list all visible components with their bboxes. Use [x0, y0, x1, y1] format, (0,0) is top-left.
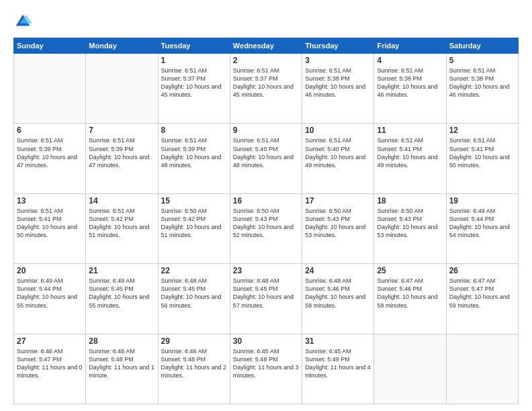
calendar-cell: 2Sunrise: 6:51 AMSunset: 5:37 PMDaylight… — [230, 54, 302, 124]
calendar-cell: 5Sunrise: 6:51 AMSunset: 5:38 PMDaylight… — [446, 54, 518, 124]
header — [13, 12, 519, 31]
calendar-cell — [14, 54, 86, 124]
day-number: 15 — [161, 196, 227, 205]
cell-details: Sunrise: 6:51 AMSunset: 5:38 PMDaylight:… — [449, 66, 515, 99]
cell-details: Sunrise: 6:51 AMSunset: 5:42 PMDaylight:… — [89, 207, 154, 240]
logo-icon — [13, 12, 32, 31]
cell-details: Sunrise: 6:45 AMSunset: 5:49 PMDaylight:… — [305, 347, 371, 380]
day-number: 2 — [233, 56, 299, 65]
calendar-cell: 1Sunrise: 6:51 AMSunset: 5:37 PMDaylight… — [158, 54, 230, 124]
cell-details: Sunrise: 6:49 AMSunset: 5:44 PMDaylight:… — [449, 207, 515, 240]
day-number: 18 — [377, 196, 443, 205]
calendar-cell: 29Sunrise: 6:46 AMSunset: 5:48 PMDayligh… — [158, 334, 230, 404]
day-number: 23 — [233, 266, 299, 275]
calendar-cell: 8Sunrise: 6:51 AMSunset: 5:39 PMDaylight… — [158, 124, 230, 193]
page: SundayMondayTuesdayWednesdayThursdayFrid… — [0, 0, 532, 411]
week-row-4: 20Sunrise: 6:49 AMSunset: 5:44 PMDayligh… — [14, 264, 519, 334]
cell-details: Sunrise: 6:51 AMSunset: 5:37 PMDaylight:… — [161, 66, 227, 99]
calendar-cell: 31Sunrise: 6:45 AMSunset: 5:49 PMDayligh… — [302, 334, 374, 404]
cell-details: Sunrise: 6:46 AMSunset: 5:48 PMDaylight:… — [161, 347, 227, 380]
cell-details: Sunrise: 6:50 AMSunset: 5:42 PMDaylight:… — [161, 207, 227, 240]
calendar-cell: 10Sunrise: 6:51 AMSunset: 5:40 PMDayligh… — [302, 124, 374, 193]
calendar-cell: 15Sunrise: 6:50 AMSunset: 5:42 PMDayligh… — [158, 193, 230, 263]
col-header-sunday: Sunday — [14, 38, 86, 54]
calendar-cell: 30Sunrise: 6:45 AMSunset: 5:48 PMDayligh… — [230, 334, 302, 404]
day-number: 12 — [449, 126, 515, 135]
day-number: 17 — [305, 196, 371, 205]
calendar-cell — [374, 334, 446, 404]
day-number: 28 — [89, 336, 154, 346]
cell-details: Sunrise: 6:51 AMSunset: 5:38 PMDaylight:… — [305, 66, 371, 99]
cell-details: Sunrise: 6:51 AMSunset: 5:41 PMDaylight:… — [377, 136, 443, 169]
day-number: 21 — [89, 266, 154, 275]
day-number: 13 — [17, 196, 83, 205]
cell-details: Sunrise: 6:49 AMSunset: 5:44 PMDaylight:… — [17, 277, 83, 310]
cell-details: Sunrise: 6:50 AMSunset: 5:43 PMDaylight:… — [233, 207, 299, 240]
week-row-5: 27Sunrise: 6:46 AMSunset: 5:47 PMDayligh… — [14, 334, 519, 404]
calendar-cell: 3Sunrise: 6:51 AMSunset: 5:38 PMDaylight… — [302, 54, 374, 124]
cell-details: Sunrise: 6:48 AMSunset: 5:46 PMDaylight:… — [305, 277, 371, 310]
day-number: 10 — [305, 126, 371, 135]
cell-details: Sunrise: 6:46 AMSunset: 5:47 PMDaylight:… — [17, 347, 83, 380]
col-header-tuesday: Tuesday — [158, 38, 230, 54]
cell-details: Sunrise: 6:50 AMSunset: 5:43 PMDaylight:… — [377, 207, 443, 240]
day-number: 25 — [377, 266, 443, 275]
calendar-cell: 23Sunrise: 6:48 AMSunset: 5:45 PMDayligh… — [230, 264, 302, 334]
calendar-cell: 27Sunrise: 6:46 AMSunset: 5:47 PMDayligh… — [14, 334, 86, 404]
col-header-saturday: Saturday — [446, 38, 518, 54]
week-row-1: 1Sunrise: 6:51 AMSunset: 5:37 PMDaylight… — [14, 54, 519, 124]
calendar-cell: 7Sunrise: 6:51 AMSunset: 5:39 PMDaylight… — [86, 124, 158, 193]
cell-details: Sunrise: 6:45 AMSunset: 5:48 PMDaylight:… — [233, 347, 299, 380]
cell-details: Sunrise: 6:51 AMSunset: 5:40 PMDaylight:… — [233, 136, 299, 169]
day-number: 7 — [89, 126, 154, 135]
cell-details: Sunrise: 6:51 AMSunset: 5:39 PMDaylight:… — [89, 136, 154, 169]
day-number: 31 — [305, 336, 371, 346]
calendar-header-row: SundayMondayTuesdayWednesdayThursdayFrid… — [14, 38, 519, 54]
calendar-cell: 18Sunrise: 6:50 AMSunset: 5:43 PMDayligh… — [374, 193, 446, 263]
calendar-cell: 14Sunrise: 6:51 AMSunset: 5:42 PMDayligh… — [86, 193, 158, 263]
logo — [13, 12, 35, 31]
week-row-2: 6Sunrise: 6:51 AMSunset: 5:39 PMDaylight… — [14, 124, 519, 193]
cell-details: Sunrise: 6:51 AMSunset: 5:41 PMDaylight:… — [449, 136, 515, 169]
cell-details: Sunrise: 6:48 AMSunset: 5:45 PMDaylight:… — [161, 277, 227, 310]
day-number: 11 — [377, 126, 443, 135]
day-number: 8 — [161, 126, 227, 135]
col-header-thursday: Thursday — [302, 38, 374, 54]
day-number: 9 — [233, 126, 299, 135]
day-number: 1 — [161, 56, 227, 65]
calendar-cell: 20Sunrise: 6:49 AMSunset: 5:44 PMDayligh… — [14, 264, 86, 334]
cell-details: Sunrise: 6:51 AMSunset: 5:39 PMDaylight:… — [161, 136, 227, 169]
cell-details: Sunrise: 6:50 AMSunset: 5:43 PMDaylight:… — [305, 207, 371, 240]
calendar-cell: 21Sunrise: 6:49 AMSunset: 5:45 PMDayligh… — [86, 264, 158, 334]
calendar-cell: 24Sunrise: 6:48 AMSunset: 5:46 PMDayligh… — [302, 264, 374, 334]
calendar-cell: 22Sunrise: 6:48 AMSunset: 5:45 PMDayligh… — [158, 264, 230, 334]
calendar-cell: 25Sunrise: 6:47 AMSunset: 5:46 PMDayligh… — [374, 264, 446, 334]
day-number: 16 — [233, 196, 299, 205]
day-number: 29 — [161, 336, 227, 346]
calendar-cell — [446, 334, 518, 404]
cell-details: Sunrise: 6:51 AMSunset: 5:41 PMDaylight:… — [17, 207, 83, 240]
calendar-cell: 4Sunrise: 6:51 AMSunset: 5:38 PMDaylight… — [374, 54, 446, 124]
day-number: 20 — [17, 266, 83, 275]
day-number: 24 — [305, 266, 371, 275]
calendar-cell: 13Sunrise: 6:51 AMSunset: 5:41 PMDayligh… — [14, 193, 86, 263]
day-number: 4 — [377, 56, 443, 65]
calendar-cell — [86, 54, 158, 124]
day-number: 30 — [233, 336, 299, 346]
calendar-cell: 28Sunrise: 6:46 AMSunset: 5:48 PMDayligh… — [86, 334, 158, 404]
calendar-cell: 12Sunrise: 6:51 AMSunset: 5:41 PMDayligh… — [446, 124, 518, 193]
col-header-friday: Friday — [374, 38, 446, 54]
col-header-monday: Monday — [86, 38, 158, 54]
col-header-wednesday: Wednesday — [230, 38, 302, 54]
day-number: 26 — [449, 266, 515, 275]
calendar-cell: 19Sunrise: 6:49 AMSunset: 5:44 PMDayligh… — [446, 193, 518, 263]
cell-details: Sunrise: 6:51 AMSunset: 5:37 PMDaylight:… — [233, 66, 299, 99]
day-number: 3 — [305, 56, 371, 65]
calendar-cell: 11Sunrise: 6:51 AMSunset: 5:41 PMDayligh… — [374, 124, 446, 193]
week-row-3: 13Sunrise: 6:51 AMSunset: 5:41 PMDayligh… — [14, 193, 519, 263]
day-number: 27 — [17, 336, 83, 346]
cell-details: Sunrise: 6:47 AMSunset: 5:46 PMDaylight:… — [377, 277, 443, 310]
calendar-cell: 26Sunrise: 6:47 AMSunset: 5:47 PMDayligh… — [446, 264, 518, 334]
calendar-cell: 16Sunrise: 6:50 AMSunset: 5:43 PMDayligh… — [230, 193, 302, 263]
day-number: 6 — [17, 126, 83, 135]
